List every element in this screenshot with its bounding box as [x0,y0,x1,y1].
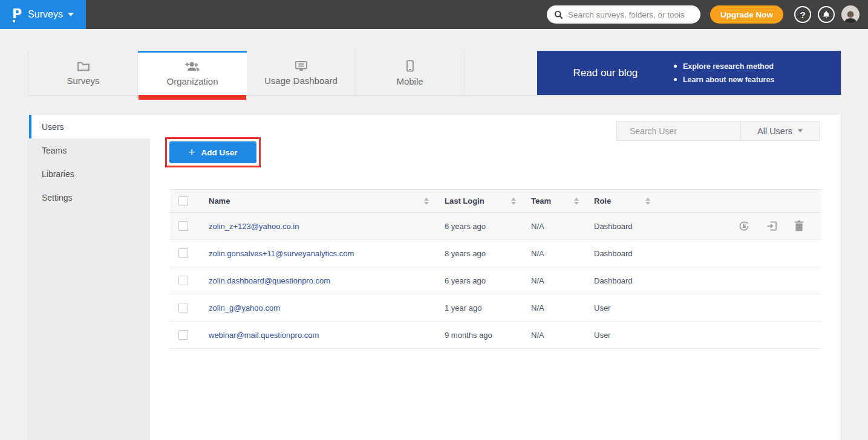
last-login-cell: 9 months ago [445,331,492,340]
last-login-cell: 1 year ago [445,303,481,312]
sort-name-button[interactable] [424,198,429,205]
global-search-input[interactable] [568,10,693,19]
reset-password-icon[interactable] [738,220,750,232]
team-cell: N/A [531,249,544,258]
sidebar-item-label: Users [42,122,64,132]
last-login-cell: 6 years ago [445,276,486,285]
row-checkbox[interactable] [178,221,188,231]
sidebar-item-label: Libraries [42,169,74,179]
organization-panel: Users Teams Libraries Settings All Users… [29,115,841,440]
column-header-last-login: Last Login [445,196,485,205]
sort-role-button[interactable] [645,198,650,205]
user-email-link[interactable]: webinar@mail.questionpro.com [209,331,319,340]
sidebar-item-users[interactable]: Users [29,115,150,138]
user-email-link[interactable]: zolin.gonsalves+11@surveyanalytics.com [209,249,354,258]
users-table: Name Last Login Team Role zolin_z+123@ya… [170,189,821,349]
user-email-link[interactable]: zolin_z+123@yahoo.co.in [209,222,299,231]
last-login-cell: 6 years ago [445,222,486,231]
tab-label: Usage Dashboard [264,76,338,86]
row-checkbox[interactable] [178,248,188,258]
team-cell: N/A [531,276,544,285]
plus-icon: + [188,147,195,157]
sidebar-item-libraries[interactable]: Libraries [29,162,150,186]
table-row: zolin_z+123@yahoo.co.in 6 years ago N/A … [170,213,821,240]
last-login-cell: 8 years ago [445,249,486,258]
top-bar: P Surveys Upgrade Now ? [0,0,868,29]
section-tabs: Surveys Organization Usage Dashboard Mob… [29,51,841,95]
row-checkbox[interactable] [178,303,188,312]
read-our-blog-link[interactable]: Read our blog [537,67,674,79]
search-icon [554,10,563,19]
role-cell: Dashboard [594,276,633,285]
tab-usage-dashboard[interactable]: Usage Dashboard [247,51,356,95]
search-user-input[interactable] [630,126,739,136]
table-row: zolin.gonsalves+11@surveyanalytics.com 8… [170,240,821,267]
banner-bullet: Learn about new features [674,73,823,86]
dashboard-icon [295,60,308,71]
tab-mobile[interactable]: Mobile [356,51,465,95]
organization-sidebar: Users Teams Libraries Settings [29,115,150,440]
add-user-label: Add User [201,148,238,157]
table-row: zolin.dashboard@questionpro.com 6 years … [170,267,821,294]
column-header-team: Team [531,196,551,205]
chevron-down-icon [68,13,74,16]
row-checkbox[interactable] [178,330,188,340]
delete-user-icon[interactable] [794,220,804,232]
bullet-dot [674,65,677,68]
tab-label: Surveys [67,76,99,86]
product-label: Surveys [28,9,63,20]
user-email-link[interactable]: zolin_g@yahoo.com [209,303,280,312]
bullet-text: Learn about new features [683,73,774,86]
product-switcher[interactable]: P Surveys [0,0,86,29]
table-header-row: Name Last Login Team Role [170,189,821,213]
mobile-icon [406,60,414,72]
bullet-text: Explore research method [683,60,774,73]
table-row: zolin_g@yahoo.com 1 year ago N/A User [170,294,821,322]
column-header-name: Name [209,196,230,205]
add-user-button[interactable]: + Add User [169,141,256,163]
table-row: webinar@mail.questionpro.com 9 months ag… [170,322,821,349]
questionpro-logo-icon: P [12,7,23,22]
column-header-role: Role [594,196,611,205]
banner-bullet-list: Explore research method Learn about new … [674,60,841,86]
user-email-link[interactable]: zolin.dashboard@questionpro.com [209,276,330,285]
role-cell: User [594,303,610,312]
sidebar-item-label: Settings [42,193,73,202]
team-cell: N/A [531,222,544,231]
filter-label: All Users [757,126,792,136]
bell-icon [822,10,830,19]
tab-label: Organization [166,76,218,86]
row-checkbox[interactable] [178,276,188,285]
global-search [547,5,700,24]
team-cell: N/A [531,331,544,340]
sidebar-item-settings[interactable]: Settings [29,186,150,209]
banner-bullet: Explore research method [674,60,823,73]
select-all-checkbox[interactable] [178,196,188,206]
role-cell: User [594,331,610,340]
user-avatar[interactable] [841,5,860,24]
add-user-highlight-annotation: + Add User [165,137,261,167]
sort-last-login-button[interactable] [511,198,516,205]
user-filter-dropdown[interactable]: All Users [740,121,819,140]
organization-tab-highlight-annotation [139,95,246,100]
notifications-button[interactable] [818,6,835,23]
blog-banner: Read our blog Explore research method Le… [537,51,841,95]
tab-surveys[interactable]: Surveys [29,51,138,95]
tab-label: Mobile [396,76,423,86]
team-cell: N/A [531,303,544,312]
chevron-down-icon [798,129,803,132]
folder-icon [77,60,90,71]
role-cell: Dashboard [594,222,633,231]
question-mark-icon: ? [800,10,805,20]
person-photo [843,9,858,24]
sort-team-button[interactable] [574,198,579,205]
tab-organization[interactable]: Organization [138,51,247,95]
login-as-user-icon[interactable] [766,220,778,232]
upgrade-now-button[interactable]: Upgrade Now [710,5,783,24]
user-tools: All Users [616,121,820,141]
bullet-dot [674,78,677,81]
sidebar-item-teams[interactable]: Teams [29,138,150,162]
add-people-icon [184,61,200,72]
sidebar-item-label: Teams [42,146,67,155]
help-button[interactable]: ? [794,6,811,23]
